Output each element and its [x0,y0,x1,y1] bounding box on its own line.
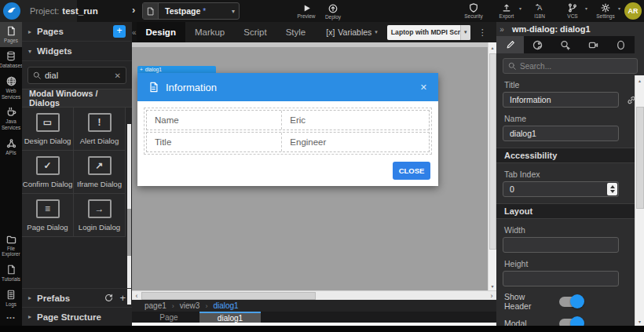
scroll-down-icon[interactable]: ▾ [635,316,644,326]
name-field-label: Name [504,114,636,123]
layout-section-header[interactable]: Layout [496,203,644,219]
app-logo-icon[interactable] [3,2,20,20]
height-field-input[interactable] [503,271,619,286]
rail-item-logs[interactable]: Logs [0,286,22,311]
rail-item-apis[interactable]: APIs [0,134,22,159]
rail-item-java-services[interactable]: Java Services [0,103,22,134]
show-header-toggle[interactable] [559,297,583,307]
dialog-close-icon[interactable]: ✕ [420,82,427,93]
tab-markup[interactable]: Markup [185,22,234,42]
widget-search-input[interactable] [45,71,115,80]
tab-advanced-search[interactable] [551,36,579,53]
gear-icon [601,3,610,13]
scroll-up-icon[interactable]: ▴ [488,42,496,52]
add-prefab-button[interactable]: + [119,292,126,304]
name-field-input[interactable] [503,126,619,141]
table-row[interactable]: Title Engineer [146,132,430,152]
chevron-down-icon: ▾ [232,8,235,15]
tab-script[interactable]: Script [234,22,276,42]
accessibility-section-header[interactable]: Accessibility [496,148,644,163]
width-field-input[interactable] [503,237,619,253]
iframe-dialog-icon: ↗ [88,156,112,175]
tab-index-input[interactable] [503,181,619,197]
close-button[interactable]: CLOSE [393,162,430,180]
canvas-hscrollbar-thumb[interactable] [141,292,316,300]
top-bar: Project: test_run › Testpage * ▾ Preview… [0,0,644,22]
widget-page-dialog[interactable]: ≡ Page Dialog [22,194,74,237]
widget-confirm-dialog[interactable]: ✓ Confirm Dialog [22,151,74,194]
widget-alert-dialog[interactable]: ! Alert Dialog [74,108,126,151]
dialog-content-grid[interactable]: Name Eric Title Engineer [144,108,432,155]
breadcrumb-view3[interactable]: view3 [180,301,200,310]
tab-dialog1[interactable]: dialog1 [199,312,261,323]
pages-panel-header[interactable]: ▸ Pages + [22,22,132,42]
canvas-horizontal-scrollbar[interactable]: ‹ › [132,290,496,300]
language-icon: A [535,3,545,13]
globe-icon [6,76,16,86]
page-structure-header[interactable]: ▸ Page Structure [22,307,132,326]
tab-styles[interactable] [524,36,551,53]
device-select[interactable]: Laptop with MDPI Screen ▾ [387,25,470,40]
project-breadcrumb: Project: test_run [30,0,98,22]
i18n-button[interactable]: A I18N [525,2,554,21]
clear-search-icon[interactable]: ✕ [115,71,121,80]
app-window: Project: test_run › Testpage * ▾ Preview… [0,0,644,332]
property-search-input[interactable] [520,62,632,71]
canvas-vertical-scrollbar[interactable]: ▴ ▾ [488,42,496,290]
prefabs-header[interactable]: ▸ Prefabs + [22,288,132,307]
breadcrumb-page1[interactable]: page1 [145,301,166,310]
more-options-icon[interactable]: ⋮ [478,27,487,38]
scroll-down-icon[interactable]: ▾ [488,281,496,290]
chevron-down-icon: ▾ [460,25,470,40]
widget-iframe-dialog[interactable]: ↗ Iframe Dialog [74,151,126,194]
tab-device[interactable] [580,36,607,53]
stepper-buttons[interactable] [607,183,617,195]
topbar-right-actions: Security ▾ Export A I18N ▾ VCS ▾ Setting… [459,0,644,22]
tab-page[interactable]: Page [138,312,199,323]
table-row[interactable]: Name Eric [146,110,430,130]
deploy-icon [328,4,338,13]
search-gear-icon [560,40,570,50]
left-panel-scrollbar-thumb[interactable] [127,209,131,256]
confirm-dialog-icon: ✓ [36,156,60,175]
properties-panel-header: » wm-dialog: dialog1 [496,22,644,36]
add-page-button[interactable]: + [113,25,126,38]
rail-item-web-services[interactable]: Web Services [0,72,22,104]
refresh-icon[interactable] [104,294,113,302]
page-selector[interactable]: Testpage * ▾ [142,2,240,20]
preview-button[interactable]: Preview [292,2,320,21]
properties-scrollbar-thumb[interactable] [636,107,644,209]
widgets-panel-header[interactable]: ▾ Widgets [22,42,132,61]
canvas-vscrollbar-thumb[interactable] [489,53,496,250]
rail-item-file-explorer[interactable]: File Explorer [0,231,22,261]
deploy-button[interactable]: Deploy [319,2,347,21]
rail-item-databases[interactable]: Databases [0,47,22,72]
dialog-selection-tag[interactable]: + dialog1 [137,66,216,73]
title-field-input[interactable] [503,92,619,108]
step-down-icon[interactable] [610,190,615,193]
project-label: Project: [30,6,59,16]
widget-login-dialog[interactable]: → Login Dialog [74,194,126,237]
export-button[interactable]: ▾ Export [492,2,521,21]
toggle-knob [570,294,584,308]
vcs-button[interactable]: ▾ VCS [558,2,587,21]
settings-button[interactable]: ▾ Settings [591,2,620,21]
collapse-panel-icon[interactable]: » [496,25,507,34]
rail-more-button[interactable]: ••• [0,311,22,326]
breadcrumb-dialog1[interactable]: dialog1 [213,301,238,310]
left-panel-bottom: ▸ Prefabs + ▸ Page Structure [22,288,132,326]
scroll-up-icon[interactable]: ▴ [635,75,644,85]
variables-button[interactable]: [x] Variables ▾ [326,27,378,37]
tab-style[interactable]: Style [276,22,316,42]
properties-scrollbar[interactable]: ▴ ▾ [635,75,644,326]
widget-design-dialog[interactable]: ▭ Design Dialog [22,108,74,151]
security-button[interactable]: Security [459,2,488,21]
rail-item-tutorials[interactable]: Tutorials [0,261,22,286]
left-panel-scrollbar[interactable] [127,124,131,305]
tab-design[interactable]: Design [137,22,185,42]
tab-security[interactable] [607,36,635,53]
user-avatar[interactable]: AR [624,2,642,20]
rail-item-pages[interactable]: Pages [0,22,22,47]
tab-properties[interactable] [496,36,524,53]
step-up-icon[interactable] [610,185,615,188]
